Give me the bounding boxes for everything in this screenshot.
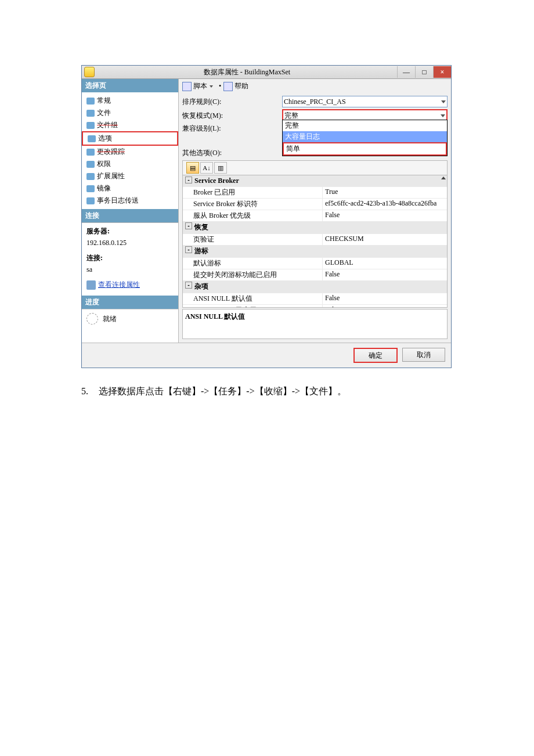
left-panel: 选择页 常规文件文件组选项更改跟踪权限扩展属性镜像事务日志传送 连接 服务器: …: [82, 79, 179, 343]
progress-header: 进度: [82, 296, 178, 309]
sidebar-item-label: 扩展属性: [97, 171, 125, 181]
collapse-icon[interactable]: -: [185, 282, 192, 289]
page-icon: [86, 161, 95, 168]
dropdown-item-1[interactable]: 大容量日志: [283, 131, 447, 142]
property-row[interactable]: 提交时关闭游标功能已启用False: [183, 269, 447, 280]
property-row[interactable]: ANSI NULL 默认值False: [183, 293, 447, 304]
property-value[interactable]: False: [323, 293, 447, 304]
chevron-down-icon: [441, 100, 446, 103]
compat-label: 兼容级别(L):: [182, 124, 282, 134]
description-title: ANSI NULL 默认值: [185, 312, 445, 322]
property-row[interactable]: 服从 Broker 优先级False: [183, 210, 447, 221]
property-name: Service Broker 标识符: [183, 199, 323, 210]
chevron-down-icon[interactable]: [210, 85, 213, 88]
category-3[interactable]: -杂项: [183, 280, 447, 293]
connection-value: sa: [86, 265, 174, 274]
cancel-button[interactable]: 取消: [402, 348, 445, 362]
script-icon: [182, 82, 192, 91]
titlebar: 数据库属性 - BuildingMaxSet — □ ×: [82, 66, 451, 79]
collation-label: 排序规则(C):: [182, 97, 282, 107]
property-value[interactable]: CHECKSUM: [323, 234, 447, 245]
collapse-icon[interactable]: -: [185, 222, 192, 229]
maximize-button[interactable]: □: [415, 66, 433, 78]
close-button[interactable]: ×: [433, 66, 451, 78]
sidebar-item-label: 文件: [97, 108, 111, 118]
property-name: 默认游标: [183, 258, 323, 269]
page-icon: [86, 149, 95, 156]
collapse-icon[interactable]: -: [185, 246, 192, 253]
right-panel: 脚本 • 帮助 排序规则(C): Chinese_PRC_CI_AS: [179, 79, 451, 343]
sidebar-item-5[interactable]: 权限: [82, 158, 178, 170]
db-icon: [84, 67, 95, 77]
collation-select[interactable]: Chinese_PRC_CI_AS: [282, 96, 448, 107]
sidebar-item-8[interactable]: 事务日志传送: [82, 195, 178, 207]
sidebar-item-3[interactable]: 选项: [82, 131, 178, 146]
category-1[interactable]: -恢复: [183, 221, 447, 233]
server-value: 192.168.0.125: [86, 239, 174, 247]
property-name: Broker 已启用: [183, 187, 323, 198]
chevron-down-icon: [441, 114, 445, 117]
property-value[interactable]: GLOBAL: [323, 258, 447, 269]
ok-button[interactable]: 确定: [353, 348, 398, 363]
dropdown-item-2[interactable]: 简单: [283, 142, 447, 156]
view-connection-link[interactable]: 查看连接属性: [86, 280, 174, 290]
category-label: 恢复: [194, 222, 208, 232]
grid-toolbar: ▤ A↓ ▥: [182, 160, 448, 175]
sidebar-item-label: 常规: [97, 96, 111, 106]
property-name: 服从 Broker 优先级: [183, 210, 323, 221]
property-name: 提交时关闭游标功能已启用: [183, 269, 323, 280]
page-icon: [86, 98, 95, 105]
sidebar-item-label: 权限: [97, 159, 111, 169]
property-value[interactable]: False: [323, 305, 447, 308]
property-row[interactable]: Broker 已启用True: [183, 186, 447, 198]
category-label: 杂项: [194, 282, 208, 291]
alphabetic-button[interactable]: A↓: [200, 162, 213, 174]
sidebar-item-label: 事务日志传送: [97, 196, 139, 206]
connection-icon: [86, 280, 96, 290]
sidebar-item-label: 镜像: [97, 183, 111, 193]
connection-header: 连接: [82, 209, 178, 222]
page-tree: 常规文件文件组选项更改跟踪权限扩展属性镜像事务日志传送: [82, 92, 178, 209]
dialog-footer: 确定 取消: [82, 343, 451, 368]
sidebar-item-label: 选项: [98, 134, 112, 143]
category-label: Service Broker: [194, 177, 239, 185]
category-0[interactable]: -Service Broker: [183, 175, 447, 186]
sidebar-item-7[interactable]: 镜像: [82, 182, 178, 195]
minimize-button[interactable]: —: [397, 66, 415, 78]
collapse-icon[interactable]: -: [185, 177, 192, 183]
property-row[interactable]: Service Broker 标识符ef5c6ffc-acd2-423b-a13…: [183, 198, 447, 210]
property-row[interactable]: 默认游标GLOBAL: [183, 257, 447, 269]
property-value[interactable]: ef5c6ffc-acd2-423b-a13b-48a8cca26fba: [323, 199, 447, 210]
view-connection-label: 查看连接属性: [98, 280, 140, 290]
property-grid[interactable]: -Service BrokerBroker 已启用TrueService Bro…: [182, 175, 448, 308]
categorized-button[interactable]: ▤: [186, 162, 199, 174]
property-value[interactable]: False: [323, 269, 447, 280]
recovery-label: 恢复模式(M):: [182, 111, 282, 121]
sidebar-item-1[interactable]: 文件: [82, 107, 178, 119]
property-row[interactable]: ANSI NULLS 已启用False: [183, 304, 447, 308]
sidebar-item-0[interactable]: 常规: [82, 95, 178, 107]
page-icon: [88, 135, 96, 142]
toolbar: 脚本 • 帮助: [179, 79, 451, 93]
server-label: 服务器:: [86, 226, 174, 236]
property-name: ANSI NULL 默认值: [183, 293, 323, 304]
progress-spinner-icon: [86, 313, 98, 325]
progress-status: 就绪: [103, 314, 117, 324]
help-button[interactable]: 帮助: [234, 81, 248, 91]
sidebar-item-6[interactable]: 扩展属性: [82, 170, 178, 182]
page-icon: [86, 197, 95, 204]
property-value[interactable]: True: [323, 187, 447, 198]
category-2[interactable]: -游标: [183, 245, 447, 257]
script-button[interactable]: 脚本: [193, 81, 207, 91]
property-name: 页验证: [183, 234, 323, 245]
property-row[interactable]: 页验证CHECKSUM: [183, 233, 447, 245]
page-icon: [86, 173, 95, 180]
sidebar-item-label: 更改跟踪: [97, 147, 125, 157]
page-icon: [86, 122, 95, 129]
pages-button[interactable]: ▥: [214, 162, 227, 174]
database-properties-dialog: 数据库属性 - BuildingMaxSet — □ × 选择页 常规文件文件组…: [81, 65, 452, 368]
dropdown-item-0[interactable]: 完整: [283, 120, 447, 131]
sidebar-item-4[interactable]: 更改跟踪: [82, 146, 178, 158]
sidebar-item-2[interactable]: 文件组: [82, 119, 178, 131]
property-value[interactable]: False: [323, 210, 447, 221]
